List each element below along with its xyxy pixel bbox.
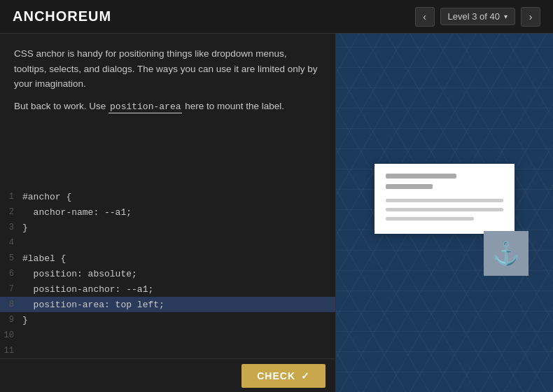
code-line[interactable]: 6 position: absolute; bbox=[0, 266, 335, 281]
line-number: 3 bbox=[0, 223, 20, 232]
card-line-1 bbox=[386, 174, 456, 178]
card-line-3 bbox=[386, 199, 503, 202]
line-content: position-anchor: --a1; bbox=[20, 284, 153, 295]
line-content: } bbox=[20, 223, 28, 233]
anchor-icon-box: ⚓ bbox=[484, 231, 528, 276]
line-number: 8 bbox=[0, 300, 20, 309]
app-logo: ANCHOREUM bbox=[13, 8, 111, 24]
check-label: CHECK bbox=[257, 370, 295, 382]
code-line[interactable]: 9} bbox=[0, 312, 335, 328]
line-number: 5 bbox=[0, 253, 20, 263]
chevron-down-icon: ▾ bbox=[504, 13, 507, 20]
line-number: 4 bbox=[0, 238, 20, 248]
line-content: anchor-name: --a1; bbox=[20, 207, 132, 218]
level-navigation: ‹ Level 3 of 40 ▾ › bbox=[415, 7, 540, 27]
anchor-icon: ⚓ bbox=[492, 240, 520, 267]
line-content: position-area: top left; bbox=[20, 300, 164, 310]
code-line[interactable]: 8 position-area: top left; bbox=[0, 297, 335, 312]
card-line-4 bbox=[386, 208, 503, 211]
code-line[interactable]: 7 position-anchor: --a1; bbox=[0, 281, 335, 297]
middle-spacer bbox=[0, 132, 335, 189]
code-editor[interactable]: 1#anchor {2 anchor-name: --a1;3}45#label… bbox=[0, 189, 335, 358]
code-line[interactable]: 1#anchor { bbox=[0, 189, 335, 204]
prev-level-button[interactable]: ‹ bbox=[415, 7, 435, 27]
line-number: 1 bbox=[0, 192, 20, 202]
line-number: 10 bbox=[0, 330, 20, 340]
bottom-bar: CHECK ✓ bbox=[0, 358, 335, 392]
line-number: 11 bbox=[0, 346, 20, 356]
line-number: 6 bbox=[0, 269, 20, 279]
description-para2-prefix: But back to work. Use bbox=[14, 101, 108, 111]
line-content: #label { bbox=[20, 253, 66, 264]
line-content: position: absolute; bbox=[20, 269, 137, 279]
main-content: CSS anchor is handy for positioning thin… bbox=[0, 34, 553, 392]
preview-area: ⚓ bbox=[368, 157, 522, 269]
next-level-button[interactable]: › bbox=[521, 7, 540, 27]
card-line-5 bbox=[386, 217, 474, 220]
preview-card bbox=[374, 164, 514, 234]
code-line[interactable]: 5#label { bbox=[0, 251, 335, 266]
check-icon: ✓ bbox=[301, 370, 310, 382]
description-area: CSS anchor is handy for positioning thin… bbox=[0, 34, 335, 132]
right-panel: ⚓ bbox=[336, 34, 553, 392]
code-line[interactable]: 3} bbox=[0, 220, 335, 235]
description-para1: CSS anchor is handy for positioning thin… bbox=[14, 46, 321, 92]
line-content: #anchor { bbox=[20, 192, 71, 202]
level-text: Level 3 of 40 bbox=[448, 11, 500, 22]
line-number: 9 bbox=[0, 315, 20, 325]
check-button[interactable]: CHECK ✓ bbox=[241, 364, 326, 388]
app-header: ANCHOREUM ‹ Level 3 of 40 ▾ › bbox=[0, 0, 553, 34]
description-para2: But back to work. Use position-area here… bbox=[14, 99, 321, 115]
left-panel: CSS anchor is handy for positioning thin… bbox=[0, 34, 336, 392]
code-line[interactable]: 11 bbox=[0, 343, 335, 358]
code-line[interactable]: 10 bbox=[0, 328, 335, 343]
card-line-2 bbox=[386, 184, 433, 189]
code-line[interactable]: 2 anchor-name: --a1; bbox=[0, 204, 335, 220]
level-selector[interactable]: Level 3 of 40 ▾ bbox=[440, 8, 515, 25]
line-number: 7 bbox=[0, 284, 20, 294]
position-area-code: position-area bbox=[108, 101, 182, 113]
line-number: 2 bbox=[0, 207, 20, 217]
code-line[interactable]: 4 bbox=[0, 235, 335, 251]
description-para2-suffix: here to mount the label. bbox=[182, 101, 284, 111]
line-content: } bbox=[20, 315, 28, 326]
